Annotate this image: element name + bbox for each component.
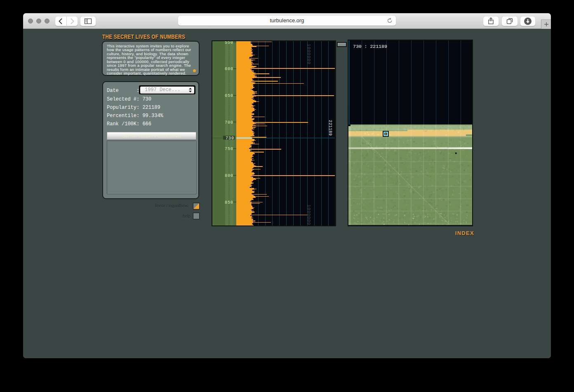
svg-text:750: 750	[225, 147, 233, 151]
svg-text:1000000: 1000000	[306, 204, 311, 225]
svg-text:730 : 221189: 730 : 221189	[353, 44, 387, 49]
svg-text:221189: 221189	[328, 120, 332, 136]
svg-text:600: 600	[225, 67, 233, 71]
svg-text:1000000: 1000000	[306, 44, 311, 64]
svg-text:700: 700	[225, 120, 233, 125]
svg-text:800: 800	[225, 174, 233, 178]
svg-text:850: 850	[225, 200, 233, 205]
svg-text:650: 650	[225, 94, 233, 98]
svg-text:730: 730	[226, 136, 234, 141]
